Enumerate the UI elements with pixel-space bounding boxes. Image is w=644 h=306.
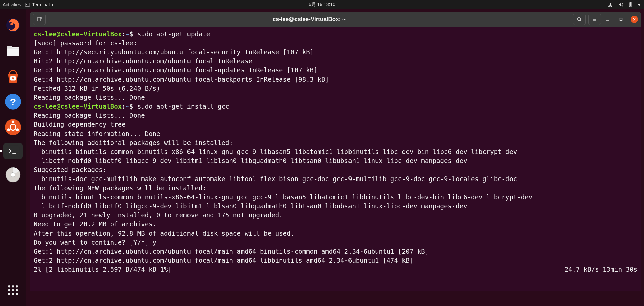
- svg-rect-5: [630, 2, 631, 3]
- ubuntu-desktop: Activities Terminal ▾ 6月 19 13:10 ▾: [0, 0, 644, 306]
- prompt-path: ~: [126, 30, 129, 38]
- svg-point-30: [16, 289, 18, 292]
- window-close-button[interactable]: [631, 16, 638, 23]
- progress-line: 2% [2 libbinutils 2,597 B/474 kB 1%]24.7…: [34, 265, 637, 274]
- svg-point-35: [578, 18, 581, 21]
- svg-text:?: ?: [10, 96, 16, 107]
- svg-point-31: [8, 293, 10, 295]
- dock: A ?: [0, 9, 26, 306]
- progress-right: 24.7 kB/s 13min 30s: [565, 265, 637, 274]
- dock-files[interactable]: [3, 41, 23, 60]
- output-line: Get:1 http://cn.archive.ubuntu.com/ubunt…: [34, 248, 429, 255]
- output-line: 0 upgraded, 21 newly installed, 0 to rem…: [34, 211, 283, 219]
- svg-point-32: [12, 293, 14, 295]
- desktop-area: A ?: [0, 9, 644, 306]
- output-line: Get:2 http://cn.archive.ubuntu.com/ubunt…: [34, 257, 413, 264]
- output-line: Fetched 312 kB in 50s (6,240 B/s): [34, 85, 160, 92]
- output-line: Building dependency tree: [34, 121, 126, 128]
- window-maximize-button[interactable]: [617, 16, 625, 23]
- prompt-sep: :: [122, 103, 125, 110]
- svg-rect-20: [6, 146, 20, 156]
- svg-point-26: [12, 285, 14, 288]
- dock-software[interactable]: A: [3, 66, 23, 86]
- output-line: Hit:2 http://cn.archive.ubuntu.com/ubunt…: [34, 57, 252, 65]
- battery-icon[interactable]: [628, 2, 633, 7]
- output-line: Reading package lists... Done: [34, 94, 145, 101]
- progress-left: 2% [2 libbinutils 2,597 B/474 kB 1%]: [34, 265, 172, 274]
- output-line: Reading package lists... Done: [34, 112, 145, 119]
- app-menu-label: Terminal: [32, 2, 50, 7]
- terminal-body[interactable]: cs-lee@cslee-VirtualBox:~$ sudo apt-get …: [30, 27, 641, 291]
- app-menu[interactable]: Terminal ▾: [25, 2, 53, 7]
- output-line: Need to get 20.2 MB of archives.: [34, 220, 156, 228]
- prompt-path: ~: [126, 103, 129, 110]
- prompt-symbol: $: [129, 103, 137, 110]
- terminal-icon: [25, 2, 30, 7]
- output-line: Suggested packages:: [34, 166, 106, 173]
- window-title: cs-lee@cslee-VirtualBox: ~: [46, 16, 573, 23]
- dock-ubuntu-settings[interactable]: [3, 117, 23, 137]
- system-menu-chevron-icon[interactable]: ▾: [638, 2, 641, 7]
- prompt-user: cs-lee@cslee-VirtualBox: [34, 103, 122, 110]
- svg-rect-0: [25, 3, 30, 7]
- prompt-symbol: $: [129, 30, 137, 38]
- output-line: After this operation, 92.8 MB of additio…: [34, 230, 294, 237]
- svg-rect-6: [630, 3, 632, 6]
- svg-point-18: [16, 128, 19, 131]
- command-1: sudo apt-get update: [137, 30, 210, 38]
- output-line: binutils-doc gcc-multilib make autoconf …: [34, 175, 517, 183]
- window-titlebar[interactable]: cs-lee@cslee-VirtualBox: ~: [30, 12, 641, 27]
- svg-point-25: [8, 285, 10, 288]
- output-line: Do you want to continue? [Y/n] y: [34, 239, 156, 246]
- svg-rect-41: [620, 18, 622, 21]
- command-2: sudo apt-get install gcc: [137, 103, 229, 110]
- volume-icon[interactable]: [618, 2, 623, 7]
- network-icon[interactable]: [608, 2, 613, 7]
- svg-line-36: [580, 20, 581, 21]
- output-line: Get:1 http://security.ubuntu.com/ubuntu …: [34, 48, 314, 56]
- output-line: Get:3 http://cn.archive.ubuntu.com/ubunt…: [34, 66, 317, 74]
- dock-apps-grid[interactable]: [3, 280, 23, 300]
- output-line: The following additional packages will b…: [34, 139, 233, 146]
- dock-firefox[interactable]: [3, 15, 23, 35]
- svg-point-33: [16, 293, 18, 295]
- prompt-user: cs-lee@cslee-VirtualBox: [34, 30, 122, 38]
- search-button[interactable]: [573, 14, 586, 25]
- new-tab-button[interactable]: [33, 14, 46, 25]
- svg-point-28: [8, 289, 10, 292]
- svg-rect-10: [7, 48, 19, 49]
- activities-button[interactable]: Activities: [3, 2, 21, 7]
- output-line: libctf-nobfd0 libctf0 libgcc-9-dev libit…: [34, 157, 467, 164]
- dock-terminal[interactable]: [3, 143, 23, 159]
- output-line: The following NEW packages will be insta…: [34, 184, 206, 192]
- prompt-sep: :: [122, 30, 125, 38]
- svg-point-29: [12, 289, 14, 292]
- terminal-window: cs-lee@cslee-VirtualBox: ~ cs-lee@cslee-…: [30, 12, 641, 291]
- output-line: binutils binutils-common binutils-x86-64…: [34, 148, 517, 155]
- clock[interactable]: 6月 19 13:10: [309, 2, 335, 8]
- dock-disk[interactable]: [3, 165, 23, 185]
- chevron-down-icon: ▾: [52, 3, 53, 7]
- output-line: libctf-nobfd0 libctf0 libgcc-9-dev libit…: [34, 202, 467, 210]
- window-minimize-button[interactable]: [604, 16, 611, 23]
- output-line: Get:4 http://cn.archive.ubuntu.com/ubunt…: [34, 75, 329, 83]
- svg-rect-34: [37, 18, 41, 21]
- svg-text:A: A: [12, 76, 14, 80]
- svg-point-27: [16, 285, 18, 288]
- output-line: Reading state information... Done: [34, 130, 160, 137]
- hamburger-menu-button[interactable]: [588, 14, 601, 25]
- output-line: binutils binutils-common binutils-x86-64…: [34, 193, 532, 201]
- svg-point-19: [7, 128, 10, 131]
- output-line: [sudo] password for cs-lee:: [34, 39, 137, 47]
- svg-point-17: [12, 121, 15, 124]
- dock-help[interactable]: ?: [3, 92, 23, 111]
- gnome-topbar: Activities Terminal ▾ 6月 19 13:10 ▾: [0, 0, 644, 9]
